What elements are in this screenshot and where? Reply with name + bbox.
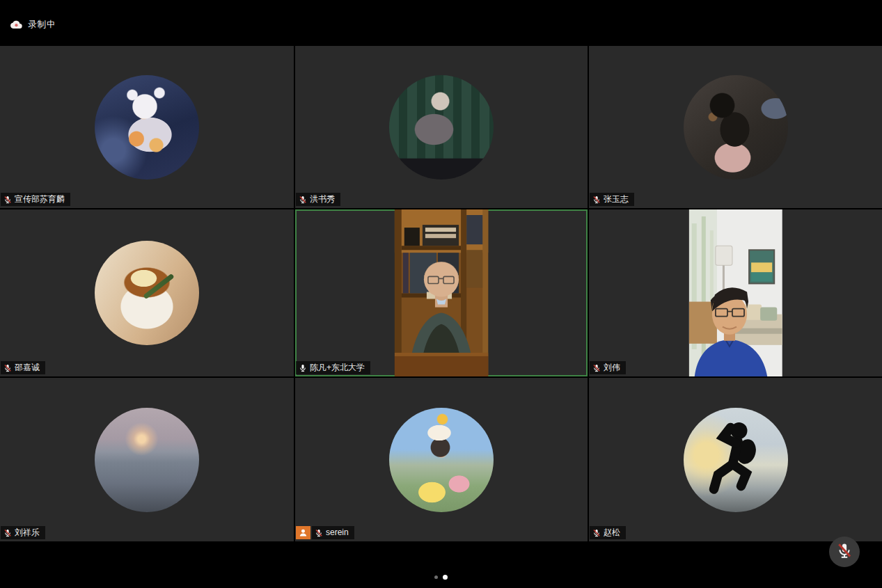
participant-name: 赵松 <box>604 527 620 538</box>
participant-label: 张玉志 <box>590 193 634 206</box>
mic-muted-icon <box>3 364 12 372</box>
mic-muted-icon <box>837 543 852 562</box>
participant-tile[interactable]: 刘伟 <box>589 209 882 376</box>
video-feed <box>688 209 782 376</box>
mic-muted-icon <box>592 364 601 372</box>
participant-label: serein <box>312 526 354 539</box>
avatar <box>95 75 199 180</box>
video-feed <box>395 209 489 376</box>
participant-name: 张玉志 <box>604 194 629 205</box>
participant-label: 刘祥乐 <box>1 526 45 539</box>
bottom-bar <box>0 541 882 588</box>
pagination-dot-active[interactable] <box>443 575 448 580</box>
jumping-silhouette <box>684 408 788 512</box>
pagination-dot[interactable] <box>434 575 438 579</box>
cloud-recording-icon <box>10 20 23 29</box>
participant-label: 刘伟 <box>590 361 626 374</box>
participant-label: 邵嘉诚 <box>1 361 45 374</box>
mic-on-icon <box>299 364 307 372</box>
participant-label: 陈凡+东北大学 <box>296 361 370 374</box>
participant-tile[interactable]: 邵嘉诚 <box>0 209 294 376</box>
orange-person-badge <box>296 526 310 539</box>
participant-name: 陈凡+东北大学 <box>310 363 365 373</box>
avatar <box>684 75 788 180</box>
participant-tile[interactable]: 宣传部苏育麟 <box>0 46 294 208</box>
avatar <box>95 408 199 512</box>
participant-tile[interactable]: 张玉志 <box>589 46 882 208</box>
avatar <box>389 408 494 512</box>
meeting-window: { "colors": { "background": "#000000", "… <box>0 0 882 588</box>
participant-tile[interactable]: 赵松 <box>589 378 882 541</box>
avatar <box>389 75 494 180</box>
mic-muted-icon <box>592 196 601 204</box>
top-bar: 录制中 <box>0 0 882 46</box>
recording-indicator: 录制中 <box>10 19 56 31</box>
mic-toggle-button[interactable] <box>829 537 860 567</box>
participant-label: 洪书秀 <box>296 193 340 206</box>
mic-muted-icon <box>315 529 323 537</box>
participant-grid: 宣传部苏育麟 洪书秀 张玉志 <box>0 46 882 541</box>
participant-label: 赵松 <box>590 526 626 539</box>
mic-muted-icon <box>299 196 307 204</box>
participant-name: serein <box>326 527 349 538</box>
participant-name: 洪书秀 <box>310 194 335 205</box>
avatar <box>95 241 199 345</box>
participant-tile[interactable]: 洪书秀 <box>295 46 588 208</box>
participant-name: 刘伟 <box>604 363 620 373</box>
page-indicator <box>0 575 882 580</box>
mic-muted-icon <box>3 529 12 537</box>
participant-tile[interactable]: 刘祥乐 <box>0 378 294 541</box>
participant-name: 刘祥乐 <box>15 527 40 538</box>
recording-status-label: 录制中 <box>28 19 56 31</box>
participant-tile-active-speaker[interactable]: 陈凡+东北大学 <box>295 209 588 376</box>
avatar <box>684 408 788 512</box>
mic-muted-icon <box>592 529 601 537</box>
participant-tile[interactable]: serein <box>295 378 588 541</box>
participant-name: 邵嘉诚 <box>15 363 40 373</box>
participant-name: 宣传部苏育麟 <box>15 194 65 205</box>
participant-label: 宣传部苏育麟 <box>1 193 70 206</box>
mic-muted-icon <box>3 196 12 204</box>
